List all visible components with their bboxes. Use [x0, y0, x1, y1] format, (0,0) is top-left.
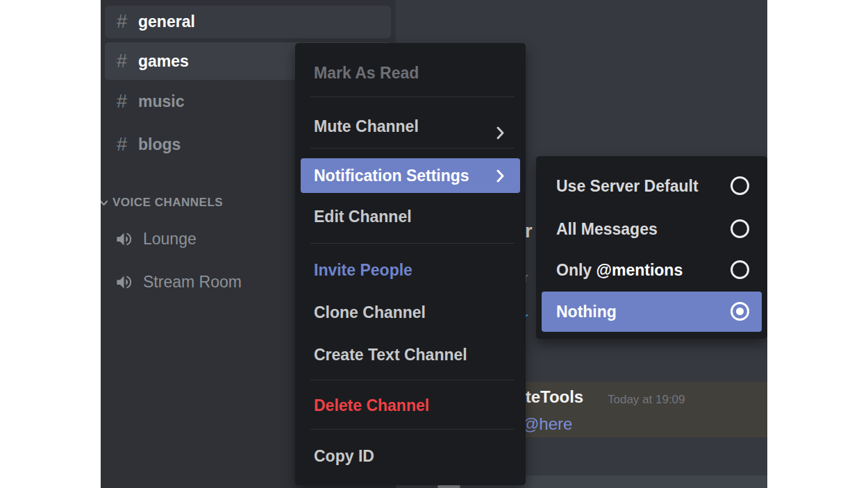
channel-name: general [138, 12, 195, 31]
chevron-down-icon [101, 198, 109, 208]
menu-item-mute-channel[interactable]: Mute Channel [314, 111, 507, 142]
channel-name: Lounge [143, 230, 197, 249]
notification-settings-submenu: Use Server Default All Messages Only @me… [536, 156, 767, 339]
menu-item-label: Mute Channel [314, 117, 419, 135]
voice-channels-section-header[interactable]: VOICE CHANNELS [101, 194, 223, 211]
radio-icon[interactable] [731, 176, 749, 195]
channel-name: games [138, 52, 189, 71]
chevron-right-icon [496, 119, 505, 150]
menu-divider [310, 148, 515, 149]
menu-item-notification-settings[interactable]: Notification Settings [301, 158, 520, 193]
option-only-mentions[interactable]: Only @mentions [556, 255, 758, 285]
hash-icon: # [117, 12, 127, 31]
menu-divider [310, 243, 515, 244]
channel-context-menu: Mark As Read Mute Channel Notification S… [295, 43, 526, 485]
channel-name: Stream Room [143, 273, 242, 292]
channel-name: music [138, 92, 184, 111]
here-mention: @here [522, 414, 572, 434]
menu-item-label: Notification Settings [314, 158, 469, 193]
voice-section-label: VOICE CHANNELS [112, 196, 223, 210]
option-use-server-default[interactable]: Use Server Default [556, 171, 758, 201]
menu-divider [310, 380, 515, 380]
option-label: Nothing [556, 292, 617, 332]
option-label-prefix: Only [556, 261, 596, 279]
option-label-mention: @mentions [596, 261, 683, 279]
radio-icon[interactable] [731, 260, 749, 279]
menu-divider [310, 96, 515, 97]
menu-divider [310, 429, 515, 430]
sidebar-item-general[interactable]: # general [105, 6, 391, 38]
menu-item-clone-channel[interactable]: Clone Channel [314, 297, 507, 328]
radio-selected-icon[interactable] [731, 302, 749, 321]
ui-fragment [437, 485, 460, 488]
message-timestamp: Today at 19:09 [608, 393, 685, 407]
chevron-right-icon [496, 169, 505, 186]
channel-name: blogs [138, 135, 181, 154]
menu-item-mark-as-read: Mark As Read [314, 58, 507, 88]
hash-icon: # [117, 92, 127, 111]
menu-item-invite-people[interactable]: Invite People [314, 255, 507, 285]
option-all-messages[interactable]: All Messages [556, 214, 758, 244]
discord-app-window: oteTools Today at 19:09 @here r r r # ge… [101, 0, 767, 488]
menu-item-copy-id[interactable]: Copy ID [314, 441, 507, 471]
option-nothing[interactable]: Nothing [542, 292, 762, 332]
radio-icon[interactable] [731, 219, 749, 238]
menu-item-delete-channel[interactable]: Delete Channel [314, 390, 507, 421]
hash-icon: # [117, 52, 127, 71]
speaker-icon [115, 230, 133, 249]
hash-icon: # [117, 135, 127, 154]
speaker-icon [115, 273, 133, 292]
menu-item-create-text-channel[interactable]: Create Text Channel [314, 339, 507, 370]
menu-item-edit-channel[interactable]: Edit Channel [314, 201, 507, 232]
obscured-text-fragment: r [525, 222, 533, 241]
